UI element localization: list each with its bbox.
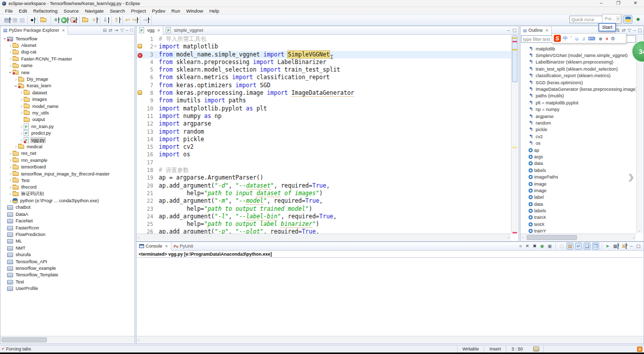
- collapse-all-icon[interactable]: ⊟: [103, 28, 107, 33]
- user-icon[interactable]: ☻: [598, 36, 603, 41]
- skin-icon[interactable]: ♦: [606, 36, 608, 41]
- tree-item[interactable]: chatbot: [1, 204, 134, 211]
- expander-icon[interactable]: ›: [8, 158, 13, 162]
- show-stderr-icon[interactable]: ❒: [592, 243, 599, 250]
- back-icon[interactable]: ↩: [124, 16, 131, 24]
- tab-outline[interactable]: ▤ Outline✕: [521, 26, 552, 35]
- scroll-lock-icon[interactable]: ▤: [566, 243, 574, 250]
- remove-all-launches-icon[interactable]: ✖: [532, 243, 538, 249]
- tree-item[interactable]: ›medical: [1, 143, 134, 150]
- save-all-icon[interactable]: ▧: [19, 16, 26, 24]
- toolbox-icon[interactable]: ⚙: [611, 36, 615, 41]
- outline-item[interactable]: ↰SGD (keras.optimizers): [521, 79, 636, 86]
- expander-icon[interactable]: ›: [19, 131, 24, 136]
- search-icon[interactable]: ✧▾: [91, 16, 98, 24]
- console-tab-pyunit[interactable]: PuPyUnit: [171, 242, 196, 251]
- tree-item[interactable]: FlowPrediction: [1, 231, 134, 238]
- tree-item[interactable]: ›tensorBoard: [1, 163, 134, 170]
- tree-item[interactable]: ›rnn_example: [1, 157, 134, 163]
- account-icon[interactable]: ●▾: [29, 16, 36, 24]
- menu-source[interactable]: Source: [60, 7, 82, 15]
- tree-item[interactable]: ›Pnn_train.py: [1, 123, 134, 130]
- expander-icon[interactable]: ›: [19, 97, 24, 102]
- overview-marker[interactable]: [512, 41, 517, 42]
- outline-item[interactable]: ap: [521, 147, 636, 153]
- punctuation-icon[interactable]: ’: [570, 36, 571, 41]
- outline-item[interactable]: args: [521, 153, 636, 160]
- focus-task-icon[interactable]: ⇥: [114, 28, 118, 33]
- open-folder-icon[interactable]: [81, 16, 91, 24]
- overview-marker[interactable]: [512, 37, 517, 39]
- menu-help[interactable]: Help: [206, 7, 222, 15]
- menu-project[interactable]: Project: [128, 7, 149, 15]
- close-tab-icon[interactable]: ✕: [165, 244, 168, 249]
- tree-item[interactable]: ›Ppredict.py: [1, 130, 134, 136]
- tree-item[interactable]: ›验证码识别: [1, 191, 134, 197]
- close-icon[interactable]: ✕: [545, 28, 549, 33]
- fold-icon[interactable]: ⊖: [154, 43, 159, 50]
- tree-item[interactable]: ›Diy_image: [1, 76, 134, 82]
- outline-item[interactable]: image: [521, 181, 636, 187]
- tree-item[interactable]: ›Test: [1, 177, 134, 184]
- outline-item[interactable]: image: [521, 187, 636, 194]
- outline-item[interactable]: trainY: [521, 228, 636, 233]
- view-menu-icon[interactable]: ▽: [628, 28, 631, 33]
- outline-item[interactable]: data: [521, 160, 636, 167]
- menu-refactoring[interactable]: Refactoring: [30, 7, 61, 15]
- debug-perspective-icon[interactable]: ✹: [634, 15, 643, 24]
- console-output[interactable]: [137, 258, 643, 335]
- open-console-icon[interactable]: ⊞▾: [621, 243, 628, 250]
- next-annotation-icon[interactable]: ⇨▾: [142, 16, 150, 24]
- expander-icon[interactable]: ›: [8, 50, 13, 54]
- menu-pydev[interactable]: Pydev: [149, 7, 168, 15]
- maximize-view-icon[interactable]: ▢: [512, 28, 517, 33]
- menu-run[interactable]: Run: [168, 7, 183, 15]
- tree-item[interactable]: tensorflow_example: [1, 265, 134, 271]
- sogou-status-icon[interactable]: S: [637, 346, 642, 352]
- copy-icon[interactable]: ▣: [547, 243, 553, 249]
- tree-item[interactable]: ›images: [1, 96, 134, 103]
- microphone-icon[interactable]: ♫: [582, 36, 586, 41]
- outline-item[interactable]: ↰matplotlib: [521, 45, 636, 52]
- tree-item[interactable]: ›model_name: [1, 103, 134, 109]
- tree-item[interactable]: ›Alexnet: [1, 42, 134, 48]
- outline-item[interactable]: ↰cv2: [521, 133, 636, 140]
- keyboard-icon[interactable]: ⌨: [588, 36, 595, 41]
- display-console-icon[interactable]: ▦▾: [612, 243, 619, 250]
- tree-item[interactable]: ›dataset: [1, 89, 134, 96]
- expander-icon[interactable]: ›: [8, 56, 13, 61]
- outline-item[interactable]: ↰paths (imutils): [521, 93, 636, 99]
- outline-item[interactable]: ↰LabelBinarizer (sklearn.preprocessing): [521, 59, 636, 66]
- outline-item[interactable]: ↰random: [521, 120, 636, 126]
- expander-icon[interactable]: ›: [19, 104, 24, 108]
- run-icon[interactable]: ▶▾: [60, 16, 69, 24]
- tree-item[interactable]: Tensorflow_API: [1, 258, 134, 265]
- expander-icon[interactable]: ›: [19, 90, 24, 95]
- menu-search[interactable]: Search: [107, 7, 128, 15]
- outline-item[interactable]: label: [521, 194, 636, 201]
- code-editor[interactable]: 1# 导入所需工具包2⊖import matplotlib✕3from mode…: [137, 35, 511, 233]
- quick-access-input[interactable]: [569, 16, 603, 23]
- minimize-icon[interactable]: –: [126, 28, 128, 33]
- expander-icon[interactable]: ›: [8, 185, 13, 190]
- maximize-view-icon[interactable]: ▢: [637, 28, 642, 33]
- outline-item[interactable]: data: [521, 201, 636, 207]
- tree-item[interactable]: ›tfrecord: [1, 184, 134, 191]
- tree-item[interactable]: ›dog-cat: [1, 49, 134, 55]
- tree-item[interactable]: ›my_utils: [1, 109, 134, 116]
- last-edit-location-icon[interactable]: ⇩▾: [102, 16, 109, 24]
- outline-item[interactable]: ↰pickle: [521, 127, 636, 133]
- go-into-icon[interactable]: ⇧▾: [113, 16, 121, 24]
- expander-icon[interactable]: ›: [8, 199, 13, 203]
- tree-item[interactable]: ›Pvgg.py: [1, 137, 134, 143]
- minimize-icon[interactable]: –: [629, 243, 633, 249]
- outline-item[interactable]: testX: [521, 221, 636, 227]
- menu-navigate[interactable]: Navigate: [82, 7, 107, 15]
- expander-icon[interactable]: ›: [14, 144, 18, 149]
- start-button[interactable]: Start: [599, 23, 616, 31]
- tree-item[interactable]: ›python (e:\Progr ... conda3\python.exe): [1, 197, 134, 204]
- tree-item[interactable]: shurufa: [1, 252, 134, 258]
- expander-icon[interactable]: ›: [8, 165, 13, 169]
- outline-item[interactable]: ↰train_test_split (sklearn.model_selecti…: [521, 66, 636, 72]
- expander-icon[interactable]: ›: [19, 110, 24, 115]
